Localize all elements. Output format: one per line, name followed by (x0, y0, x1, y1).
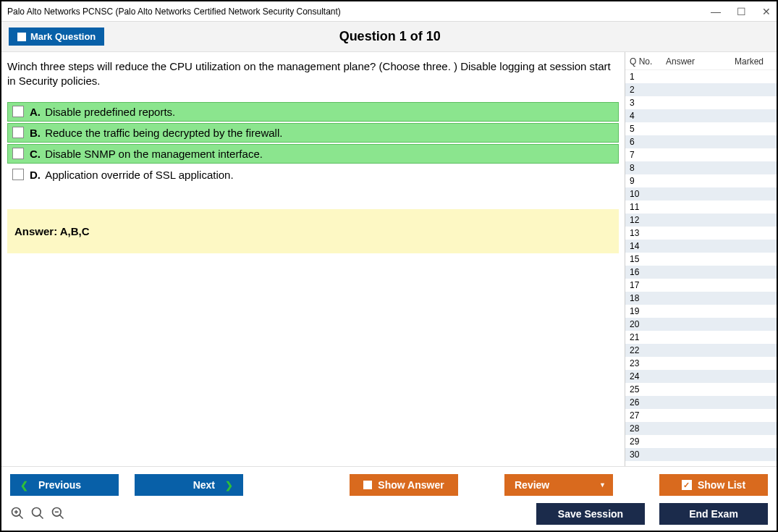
question-list-row[interactable]: 16 (625, 266, 777, 279)
question-list-row[interactable]: 12 (625, 214, 777, 227)
question-list-row[interactable]: 29 (625, 435, 777, 448)
end-exam-button[interactable]: End Exam (659, 503, 768, 525)
row-qno: 26 (630, 397, 663, 408)
question-list-panel: Q No. Answer Marked 12345678910111213141… (625, 52, 777, 466)
maximize-icon[interactable]: ☐ (737, 7, 746, 17)
row-qno: 9 (630, 176, 663, 186)
zoom-controls (10, 506, 65, 523)
question-list-row[interactable]: 1 (625, 70, 777, 83)
zoom-in-icon[interactable] (10, 506, 25, 523)
question-list-row[interactable]: 26 (625, 396, 777, 409)
question-list-row[interactable]: 6 (625, 135, 777, 148)
question-list-row[interactable]: 20 (625, 318, 777, 331)
show-list-button[interactable]: ✓ Show List (659, 474, 768, 496)
options-list: A. Disable predefined reports.B. Reduce … (7, 102, 619, 185)
question-list-row[interactable]: 9 (625, 174, 777, 187)
app-window: Palo Alto Networks PCNSC (Palo Alto Netw… (0, 0, 778, 532)
col-qno: Q No. (630, 56, 663, 67)
show-list-label: Show List (698, 479, 745, 491)
row-qno: 21 (630, 332, 663, 342)
question-list-row[interactable]: 15 (625, 253, 777, 266)
row-qno: 6 (630, 137, 663, 147)
option-text: A. Disable predefined reports. (30, 106, 175, 118)
review-button[interactable]: Review ▼ (504, 474, 613, 496)
option-text: B. Reduce the traffic being decrypted by… (30, 127, 282, 139)
row-qno: 16 (630, 267, 663, 277)
row-qno: 19 (630, 306, 663, 316)
option-text: D. Application override of SSL applicati… (30, 169, 234, 181)
question-list-row[interactable]: 30 (625, 448, 777, 461)
mark-question-label: Mark Question (30, 31, 96, 42)
question-list-row[interactable]: 27 (625, 409, 777, 422)
minimize-icon[interactable]: — (711, 7, 721, 17)
question-list-rows[interactable]: 1234567891011121314151617181920212223242… (625, 69, 777, 466)
question-list-row[interactable]: 4 (625, 109, 777, 122)
row-qno: 12 (630, 215, 663, 225)
checkbox-icon[interactable] (12, 148, 24, 159)
question-list-row[interactable]: 11 (625, 200, 777, 214)
row-qno: 5 (630, 124, 663, 134)
previous-button[interactable]: ❮ Previous (10, 474, 119, 496)
previous-label: Previous (38, 479, 81, 491)
row-qno: 23 (630, 358, 663, 368)
show-answer-button[interactable]: Show Answer (350, 474, 458, 496)
question-counter: Question 1 of 10 (104, 29, 675, 44)
checkbox-icon[interactable] (12, 127, 24, 138)
row-qno: 8 (630, 163, 663, 173)
window-controls: — ☐ ✕ (711, 7, 771, 17)
close-icon[interactable]: ✕ (762, 7, 771, 17)
answer-option[interactable]: A. Disable predefined reports. (7, 102, 619, 122)
footer-row-bottom: Save Session End Exam (10, 503, 768, 525)
save-session-button[interactable]: Save Session (536, 503, 645, 525)
question-list-row[interactable]: 24 (625, 370, 777, 383)
question-list-row[interactable]: 14 (625, 240, 777, 253)
question-list-row[interactable]: 10 (625, 187, 777, 200)
question-list-row[interactable]: 3 (625, 96, 777, 109)
zoom-icon[interactable] (30, 506, 45, 523)
question-list-row[interactable]: 21 (625, 331, 777, 344)
question-list-row[interactable]: 25 (625, 383, 777, 396)
question-list-row[interactable]: 18 (625, 292, 777, 305)
checkbox-icon[interactable] (12, 169, 24, 180)
row-qno: 25 (630, 384, 663, 394)
row-qno: 10 (630, 189, 663, 199)
main-area: Winch three steps will reduce the CPU ut… (1, 52, 777, 466)
question-list-row[interactable]: 23 (625, 357, 777, 370)
end-exam-label: End Exam (689, 508, 738, 520)
answer-option[interactable]: D. Application override of SSL applicati… (7, 165, 619, 185)
mark-question-button[interactable]: Mark Question (9, 28, 104, 46)
save-session-label: Save Session (558, 508, 623, 520)
question-list-row[interactable]: 22 (625, 344, 777, 357)
question-list-row[interactable]: 13 (625, 227, 777, 240)
square-icon (17, 33, 26, 41)
chevron-right-icon: ❯ (225, 480, 233, 491)
titlebar: Palo Alto Networks PCNSC (Palo Alto Netw… (1, 1, 777, 22)
question-list-row[interactable]: 5 (625, 122, 777, 135)
show-answer-label: Show Answer (378, 479, 444, 491)
question-list-row[interactable]: 7 (625, 148, 777, 161)
answer-option[interactable]: B. Reduce the traffic being decrypted by… (7, 123, 619, 143)
row-qno: 29 (630, 436, 663, 447)
answer-option[interactable]: C. Disable SNMP on the management interf… (7, 144, 619, 164)
question-list-row[interactable]: 19 (625, 305, 777, 318)
footer: ❮ Previous Next ❯ Show Answer Review ▼ ✓… (1, 466, 777, 531)
window-title: Palo Alto Networks PCNSC (Palo Alto Netw… (7, 7, 341, 17)
question-list-row[interactable]: 2 (625, 83, 777, 96)
row-qno: 4 (630, 111, 663, 121)
row-qno: 13 (630, 228, 663, 238)
option-text: C. Disable SNMP on the management interf… (30, 148, 263, 160)
square-icon (363, 481, 372, 489)
next-button[interactable]: Next ❯ (135, 474, 243, 496)
question-list-row[interactable]: 8 (625, 161, 777, 174)
question-list-row[interactable]: 17 (625, 279, 777, 292)
row-qno: 3 (630, 98, 663, 108)
chevron-left-icon: ❮ (20, 480, 28, 491)
header-bar: Mark Question Question 1 of 10 (1, 22, 777, 52)
row-qno: 14 (630, 241, 663, 251)
row-qno: 28 (630, 423, 663, 434)
review-label: Review (515, 479, 549, 491)
row-qno: 27 (630, 410, 663, 421)
zoom-out-icon[interactable] (51, 506, 65, 523)
question-list-row[interactable]: 28 (625, 422, 777, 435)
checkbox-icon[interactable] (12, 106, 24, 117)
